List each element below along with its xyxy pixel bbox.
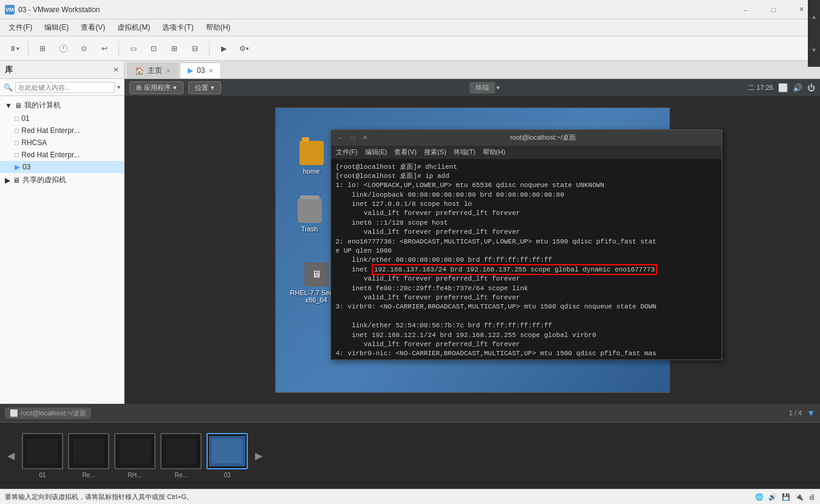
- locations-chevron: ▾: [211, 84, 214, 92]
- main-area: 库 ✕ 🔍 ▾ ▼ 🖥 我的计算机 □ 01 □ Red Hat Enterpr…: [0, 61, 820, 404]
- maximize-button[interactable]: □: [759, 0, 787, 19]
- desktop-icon-trash[interactable]: Trash: [295, 196, 324, 235]
- revert-button[interactable]: ↩: [95, 39, 114, 58]
- window-title: 03 - VMware Workstation: [18, 5, 731, 14]
- term-line-14: inet6 fe80::20c:29ff:fe4b:737e/64 scope …: [336, 284, 717, 293]
- thumb-03-screen: [209, 436, 245, 466]
- content-area: 🏠 主页 ✕ ▶ 03 ✕ ⊞ 应用程序 ▾ 位置 ▾ 终端: [125, 61, 820, 404]
- term-menu-edit[interactable]: 编辑(E): [365, 148, 388, 157]
- thumb-rh-screen: [117, 436, 153, 466]
- menu-tabs[interactable]: 选项卡(T): [156, 20, 199, 35]
- menu-edit[interactable]: 编辑(E): [38, 20, 75, 35]
- terminal-maximize[interactable]: □: [348, 133, 358, 143]
- fit-screen-button[interactable]: ▭: [124, 39, 142, 58]
- locations-button[interactable]: 位置 ▾: [188, 81, 221, 94]
- sidebar-item-rhcsa[interactable]: □ RHCSA: [0, 137, 124, 149]
- terminal-icon: ▶: [221, 44, 227, 53]
- locations-label: 位置: [195, 83, 208, 92]
- tab-home[interactable]: 🏠 主页 ✕: [127, 63, 179, 78]
- sidebar-item-redhat1[interactable]: □ Red Hat Enterpr...: [0, 124, 124, 137]
- term-line-18: link/ether 52:54:00:56:7b:7c brd ff:ff:f…: [336, 321, 717, 330]
- menu-file[interactable]: 文件(F): [2, 20, 38, 35]
- vm-icon: □: [15, 138, 19, 147]
- send-ctrl-alt-del-button[interactable]: ⊞: [33, 39, 52, 58]
- sidebar-item-03[interactable]: ▶ 03: [0, 161, 124, 173]
- term-menu-file[interactable]: 文件(F): [336, 148, 358, 157]
- trash-icon: [298, 199, 322, 223]
- thumb-nav-left[interactable]: ◀: [5, 432, 17, 480]
- vm-icon: □: [15, 114, 19, 123]
- thumb-re2[interactable]: Re...: [160, 433, 202, 478]
- power-icon: ⏻: [807, 83, 815, 92]
- sidebar-title: 库: [5, 64, 13, 75]
- term-menu-help[interactable]: 帮助(H): [483, 148, 505, 157]
- terminal-minimize[interactable]: –: [336, 133, 346, 143]
- thumb-01[interactable]: 01: [22, 433, 63, 478]
- thumb-re1[interactable]: Re...: [68, 433, 109, 478]
- term-line-21: 4: virbr0-nic: <NO-CARRIER,BROADCAST,MUL…: [336, 349, 717, 358]
- tab-home-close[interactable]: ✕: [166, 67, 171, 74]
- term-line-8: valid_lft forever preferred_lft forever: [336, 228, 717, 237]
- tab-03-label: 03: [197, 66, 205, 75]
- sidebar-search-bar: 🔍 ▾: [0, 79, 124, 96]
- term-line-3: 1: lo: <LOOPBACK,UP,LOWER_UP> mtu 65536 …: [336, 181, 717, 190]
- thumb-03-image: [207, 433, 248, 469]
- sidebar-item-01[interactable]: □ 01: [0, 112, 124, 124]
- sidebar-close-button[interactable]: ✕: [113, 66, 119, 74]
- term-menu-view[interactable]: 查看(V): [394, 148, 417, 157]
- toolbar-separator-1: [28, 41, 29, 56]
- menu-vm[interactable]: 虚拟机(M): [111, 20, 156, 35]
- view-button[interactable]: ⊟: [186, 39, 204, 58]
- snapshot-manager-button[interactable]: ⊙: [75, 39, 93, 58]
- home-icon: 🏠: [135, 67, 144, 75]
- thumb-nav-right[interactable]: ▶: [253, 432, 265, 480]
- terminal-button[interactable]: ▶: [214, 39, 233, 58]
- terminal-content[interactable]: [root@localhost 桌面]# dhclient [root@loca…: [331, 159, 722, 359]
- term-menu-terminal[interactable]: 终端(T): [454, 148, 476, 157]
- term-line-16: 3: virbr0: <NO-CARRIER,BROADCAST,MULTICA…: [336, 302, 717, 312]
- full-screen-button[interactable]: ⊡: [145, 39, 163, 58]
- applications-chevron: ▾: [173, 84, 177, 92]
- thumb-03[interactable]: 03: [207, 433, 248, 478]
- menu-help[interactable]: 帮助(H): [200, 20, 237, 35]
- thumb-rh[interactable]: RH...: [114, 433, 155, 478]
- sidebar-item-shared-vms[interactable]: ▶ 🖥 共享的虚拟机: [0, 173, 124, 187]
- terminal-window[interactable]: – □ ✕ root@localhost:~/桌面 文件(F) 编辑(E) 查看…: [330, 129, 722, 360]
- term-line-15: valid_lft forever preferred_lft forever: [336, 293, 717, 302]
- desktop-icon-home[interactable]: home: [297, 138, 326, 177]
- sidebar-item-redhat2[interactable]: □ Red Hat Enterpr...: [0, 149, 124, 161]
- search-dropdown-icon[interactable]: ▾: [117, 84, 120, 90]
- search-input[interactable]: [15, 82, 115, 93]
- settings-button[interactable]: ⚙ ▾: [235, 39, 253, 58]
- applications-icon: ⊞: [136, 84, 142, 92]
- desktop-indicator: 终端 ▾: [226, 82, 743, 94]
- terminal-chevron: ▾: [496, 84, 500, 92]
- thumb-01-label: 01: [39, 472, 46, 478]
- term-line-19: inet 192.168.122.1/24 brd 192.168.122.25…: [336, 331, 717, 340]
- app-bar: ⊞ 应用程序 ▾ 位置 ▾ 终端 ▾ 二 17:26 ⬜ 🔊 ⏻: [125, 79, 820, 96]
- snapshot-button[interactable]: 🕐: [54, 39, 72, 58]
- sidebar-item-label: 03: [22, 163, 30, 171]
- term-line-6: valid_lft forever preferred_lft forever: [336, 209, 717, 218]
- thumb-re2-label: Re...: [174, 472, 187, 478]
- thumb-01-preview: [27, 439, 58, 463]
- minimize-button[interactable]: –: [731, 0, 759, 19]
- vm-viewport[interactable]: home Trash 🖥 RHEL-7.7 Server.x86_64 – □: [125, 96, 820, 404]
- menu-view[interactable]: 查看(V): [75, 20, 111, 35]
- applications-button[interactable]: ⊞ 应用程序 ▾: [129, 81, 183, 94]
- search-icon: 🔍: [4, 83, 13, 92]
- unity-button[interactable]: ⊞: [165, 39, 183, 58]
- term-menu-search[interactable]: 搜索(S): [424, 148, 446, 157]
- gnome-desktop[interactable]: home Trash 🖥 RHEL-7.7 Server.x86_64 – □: [275, 107, 670, 393]
- tab-03-close[interactable]: ✕: [208, 67, 213, 74]
- app-icon: VM: [5, 5, 15, 15]
- sidebar-item-my-computer[interactable]: ▼ 🖥 我的计算机: [0, 98, 124, 112]
- terminal-menu-bar: 文件(F) 编辑(E) 查看(V) 搜索(S) 终端(T) 帮助(H): [331, 146, 722, 159]
- term-line-22: ter virbr0 state DOWN qlen 500: [336, 359, 717, 359]
- tab-03[interactable]: ▶ 03 ✕: [180, 63, 221, 78]
- terminal-close[interactable]: ✕: [360, 133, 370, 143]
- sidebar-header: 库 ✕: [0, 61, 124, 79]
- pause-button[interactable]: ⏸ ▾: [5, 39, 23, 58]
- shared-icon: 🖥: [13, 176, 20, 185]
- scroll-down-icon[interactable]: ▼: [807, 408, 815, 418]
